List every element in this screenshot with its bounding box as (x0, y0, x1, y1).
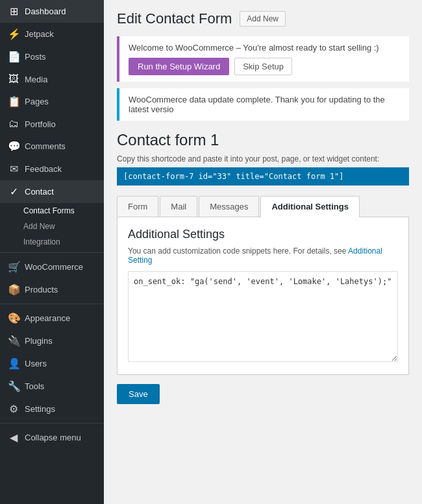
sidebar-item-plugins[interactable]: 🔌 Plugins (0, 330, 104, 352)
sidebar-item-woocommerce[interactable]: 🛒 WooCommerce (0, 256, 104, 278)
code-textarea[interactable] (128, 271, 398, 362)
sidebar-item-label: Comments (25, 141, 66, 151)
sidebar-sub-label: Integration (23, 237, 60, 246)
sidebar-item-label: Portfolio (25, 119, 56, 129)
settings-panel-title: Additional Settings (128, 228, 398, 241)
sidebar-item-label: Pages (25, 97, 49, 106)
page-title: Edit Contact Form (117, 10, 232, 27)
notice-text: Welcome to WooCommerce – You're almost r… (129, 43, 400, 53)
plugins-icon: 🔌 (8, 335, 19, 347)
skip-setup-button[interactable]: Skip Setup (234, 58, 292, 75)
setup-wizard-button[interactable]: Run the Setup Wizard (129, 58, 229, 75)
contact-icon: ✓ (8, 186, 19, 198)
tab-form[interactable]: Form (117, 196, 158, 217)
page-title-row: Edit Contact Form Add New (117, 10, 409, 27)
portfolio-icon: 🗂 (8, 118, 19, 130)
sidebar-item-jetpack[interactable]: ⚡ Jetpack (0, 23, 104, 45)
sidebar-item-label: Dashboard (25, 6, 66, 16)
tabs-row: Form Mail Messages Additional Settings (117, 196, 409, 217)
jetpack-icon: ⚡ (8, 28, 19, 40)
sidebar-item-label: Media (25, 75, 47, 84)
sidebar-item-feedback[interactable]: ✉ Feedback (0, 158, 104, 180)
shortcode-box[interactable]: [contact-form-7 id="33" title="Contact f… (117, 167, 409, 186)
woocommerce-update-notice: WooCommerce data update complete. Thank … (117, 88, 409, 121)
pages-icon: 📋 (8, 95, 19, 108)
settings-icon: ⚙ (8, 403, 19, 415)
sidebar-item-label: Feedback (25, 164, 62, 174)
sidebar-item-label: Products (25, 285, 58, 294)
shortcode-value: [contact-form-7 id="33" title="Contact f… (123, 172, 344, 181)
media-icon: 🖼 (8, 73, 19, 85)
sidebar-divider-3 (0, 423, 104, 424)
sidebar-item-appearance[interactable]: 🎨 Appearance (0, 307, 104, 330)
sidebar-item-label: Appearance (25, 313, 70, 323)
sidebar-collapse-menu[interactable]: ◀ Collapse menu (0, 426, 104, 449)
sidebar-item-products[interactable]: 📦 Products (0, 278, 104, 301)
sidebar-divider-2 (0, 304, 104, 304)
sidebar-item-contact[interactable]: ✓ Contact (0, 180, 104, 203)
feedback-icon: ✉ (8, 163, 19, 175)
sidebar-item-label: Jetpack (25, 29, 54, 39)
sidebar-item-users[interactable]: 👤 Users (0, 352, 104, 375)
sidebar-item-label: Collapse menu (25, 433, 81, 442)
sidebar-item-comments[interactable]: 💬 Comments (0, 135, 104, 158)
notice-actions: Run the Setup Wizard Skip Setup (129, 58, 400, 75)
sidebar-item-posts[interactable]: 📄 Posts (0, 45, 104, 68)
main-content: Edit Contact Form Add New Welcome to Woo… (104, 0, 422, 504)
sidebar-sub-contact-forms[interactable]: Contact Forms (0, 203, 104, 219)
appearance-icon: 🎨 (8, 312, 19, 324)
sidebar-item-label: Settings (25, 404, 55, 414)
sidebar: ⊞ Dashboard ⚡ Jetpack 📄 Posts 🖼 Media 📋 … (0, 0, 104, 504)
settings-description: You can add customization code snippets … (128, 246, 398, 265)
sidebar-item-media[interactable]: 🖼 Media (0, 68, 104, 90)
sidebar-item-label: Posts (25, 52, 46, 62)
add-new-button[interactable]: Add New (240, 11, 286, 27)
sidebar-item-portfolio[interactable]: 🗂 Portfolio (0, 113, 104, 135)
woocommerce-icon: 🛒 (8, 261, 19, 273)
tab-mail[interactable]: Mail (160, 196, 197, 217)
products-icon: 📦 (8, 283, 19, 296)
sidebar-item-pages[interactable]: 📋 Pages (0, 90, 104, 113)
dashboard-icon: ⊞ (8, 5, 19, 18)
tools-icon: 🔧 (8, 380, 19, 392)
sidebar-divider (0, 252, 104, 253)
woocommerce-setup-notice: Welcome to WooCommerce – You're almost r… (117, 36, 409, 82)
sidebar-item-label: Contact (25, 187, 54, 197)
update-notice-text: WooCommerce data update complete. Thank … (129, 95, 385, 114)
tab-messages[interactable]: Messages (199, 196, 259, 217)
sidebar-sub-label: Contact Forms (23, 206, 75, 215)
settings-description-text: You can add customization code snippets … (128, 246, 348, 256)
sidebar-item-label: Users (25, 359, 47, 368)
settings-panel: Additional Settings You can add customiz… (117, 217, 409, 375)
sidebar-item-label: WooCommerce (25, 262, 83, 272)
posts-icon: 📄 (8, 51, 19, 63)
comments-icon: 💬 (8, 140, 19, 152)
sidebar-item-tools[interactable]: 🔧 Tools (0, 375, 104, 398)
sidebar-sub-label: Add New (23, 222, 55, 231)
sidebar-item-dashboard[interactable]: ⊞ Dashboard (0, 0, 104, 23)
collapse-icon: ◀ (8, 431, 19, 444)
shortcode-label: Copy this shortcode and paste it into yo… (117, 154, 409, 163)
save-button[interactable]: Save (117, 384, 160, 404)
sidebar-item-label: Tools (25, 381, 44, 391)
sidebar-item-label: Plugins (25, 336, 53, 346)
sidebar-sub-integration[interactable]: Integration (0, 234, 104, 250)
sidebar-sub-add-new[interactable]: Add New (0, 219, 104, 234)
tab-additional-settings[interactable]: Additional Settings (260, 196, 359, 217)
contact-form-title: Contact form 1 (117, 131, 409, 149)
users-icon: 👤 (8, 357, 19, 370)
sidebar-item-settings[interactable]: ⚙ Settings (0, 398, 104, 420)
